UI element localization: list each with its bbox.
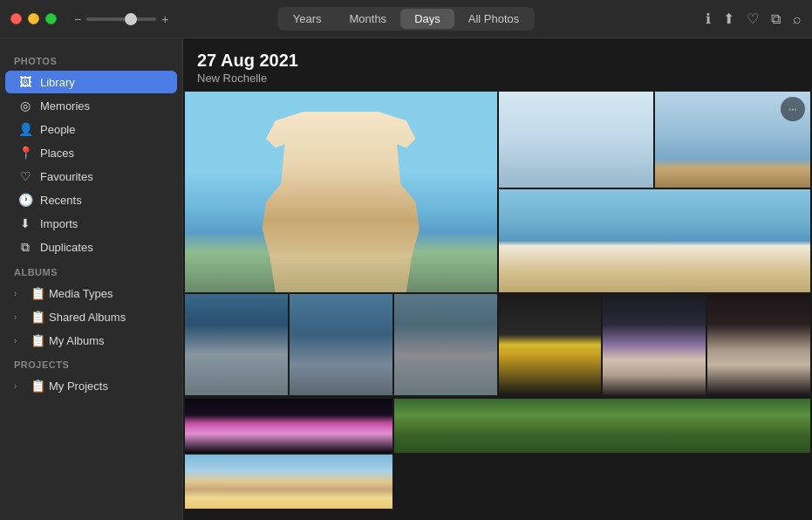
photos-section-label: Photos <box>0 49 182 70</box>
sidebar-label-people: People <box>40 123 75 136</box>
sidebar: Photos 🖼 Library ◎ Memories 👤 People 📍 P… <box>0 38 183 520</box>
zoom-thumb[interactable] <box>125 13 137 25</box>
sidebar-group-media-types[interactable]: › 📋 Media Types <box>5 282 177 304</box>
tab-months[interactable]: Months <box>335 9 400 29</box>
duplicates-icon: ⧉ <box>17 240 33 255</box>
sidebar-label-favourites: Favourites <box>40 170 93 183</box>
view-tabs: Years Months Days All Photos <box>277 7 536 31</box>
zoom-slider[interactable] <box>86 17 156 21</box>
imports-icon: ⬇ <box>17 216 33 230</box>
sidebar-item-duplicates[interactable]: ⧉ Duplicates <box>5 236 177 259</box>
chevron-my-albums-icon: › <box>14 336 26 346</box>
photo-main-portrait[interactable] <box>185 92 497 292</box>
list-item[interactable] <box>394 399 810 453</box>
list-item[interactable] <box>707 294 810 395</box>
sidebar-group-my-projects[interactable]: › 📋 My Projects <box>5 374 177 397</box>
traffic-lights <box>10 13 57 24</box>
memories-icon: ◎ <box>17 99 33 113</box>
sidebar-group-my-albums[interactable]: › 📋 My Albums <box>5 329 177 352</box>
heart-icon[interactable]: ♡ <box>747 10 759 27</box>
toolbar-right: ℹ ⬆ ♡ ⧉ ⌕ <box>706 10 802 27</box>
photo-runner[interactable] <box>499 92 654 188</box>
day-header: 27 Aug 2021 New Rochelle <box>183 38 812 92</box>
titlebar: − + Years Months Days All Photos ℹ ⬆ ♡ ⧉… <box>0 0 812 38</box>
chevron-my-projects-icon: › <box>14 381 26 391</box>
sidebar-item-recents[interactable]: 🕐 Recents <box>5 188 177 211</box>
sidebar-item-favourites[interactable]: ♡ Favourites <box>5 165 177 188</box>
sidebar-label-memories: Memories <box>40 99 90 113</box>
albums-section-label: Albums <box>0 260 182 281</box>
sidebar-label-imports: Imports <box>40 217 78 230</box>
zoom-plus-icon[interactable]: + <box>161 12 168 26</box>
sidebar-label-recents: Recents <box>40 194 82 207</box>
sidebar-group-shared-albums[interactable]: › 📋 Shared Albums <box>5 305 177 328</box>
sidebar-label-my-projects: My Projects <box>49 380 108 393</box>
tab-allphotos[interactable]: All Photos <box>454 9 534 29</box>
close-button[interactable] <box>10 13 22 24</box>
day-section: 27 Aug 2021 New Rochelle ··· <box>183 38 812 510</box>
media-types-icon: 📋 <box>30 286 45 300</box>
list-item[interactable] <box>603 294 706 395</box>
photo-row-six <box>183 292 812 397</box>
tab-days[interactable]: Days <box>400 9 454 29</box>
chevron-shared-albums-icon: › <box>14 312 26 322</box>
recents-icon: 🕐 <box>17 193 33 207</box>
list-item[interactable] <box>394 294 497 395</box>
my-projects-icon: 📋 <box>30 379 45 393</box>
sidebar-label-library: Library <box>40 76 75 89</box>
list-item[interactable] <box>185 399 392 453</box>
photo-row-bottom <box>183 397 812 510</box>
list-item[interactable] <box>499 294 602 395</box>
sidebar-label-media-types: Media Types <box>49 287 113 300</box>
sidebar-item-library[interactable]: 🖼 Library <box>5 71 177 93</box>
list-item[interactable] <box>185 294 288 395</box>
list-item[interactable] <box>290 294 392 395</box>
sidebar-label-my-albums: My Albums <box>49 334 105 347</box>
sidebar-item-imports[interactable]: ⬇ Imports <box>5 212 177 235</box>
projects-section-label: Projects <box>0 352 182 373</box>
info-icon[interactable]: ℹ <box>706 10 711 27</box>
tab-years[interactable]: Years <box>279 9 336 29</box>
places-icon: 📍 <box>17 146 33 160</box>
photo-person2[interactable]: ··· <box>655 92 810 188</box>
duplicate-icon[interactable]: ⧉ <box>771 11 781 27</box>
library-icon: 🖼 <box>17 75 33 89</box>
zoom-minus-icon[interactable]: − <box>74 12 81 26</box>
day-date: 27 Aug 2021 <box>197 51 798 71</box>
zoom-control: − + <box>74 12 168 26</box>
people-icon: 👤 <box>17 122 33 136</box>
sidebar-item-places[interactable]: 📍 Places <box>5 141 177 164</box>
photo-portrait2[interactable] <box>499 189 811 292</box>
share-icon[interactable]: ⬆ <box>723 10 734 27</box>
more-options-button[interactable]: ··· <box>781 97 805 121</box>
main-area: Photos 🖼 Library ◎ Memories 👤 People 📍 P… <box>0 38 812 520</box>
sidebar-item-people[interactable]: 👤 People <box>5 118 177 140</box>
sidebar-label-places: Places <box>40 147 74 160</box>
chevron-media-types-icon: › <box>14 289 26 298</box>
favourites-icon: ♡ <box>17 169 33 183</box>
day-location: New Rochelle <box>197 72 798 85</box>
sidebar-label-duplicates: Duplicates <box>40 241 93 254</box>
sidebar-label-shared-albums: Shared Albums <box>49 311 126 324</box>
maximize-button[interactable] <box>45 13 57 24</box>
list-item[interactable] <box>185 455 392 509</box>
minimize-button[interactable] <box>28 13 39 24</box>
search-icon[interactable]: ⌕ <box>793 11 802 27</box>
shared-albums-icon: 📋 <box>30 310 45 324</box>
my-albums-icon: 📋 <box>30 333 45 347</box>
photo-area[interactable]: 27 Aug 2021 New Rochelle ··· <box>183 38 812 520</box>
sidebar-item-memories[interactable]: ◎ Memories <box>5 94 177 117</box>
